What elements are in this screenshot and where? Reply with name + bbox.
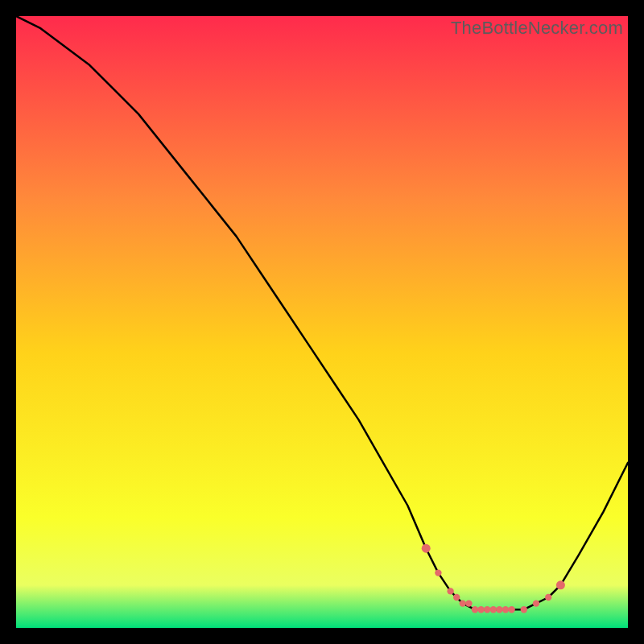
marker-point bbox=[496, 606, 502, 613]
marker-point bbox=[460, 600, 466, 606]
marker-point bbox=[508, 606, 514, 613]
marker-point bbox=[422, 544, 431, 553]
marker-point bbox=[484, 606, 490, 613]
chart-frame: TheBottleNecker.com bbox=[16, 16, 628, 628]
gradient-background bbox=[16, 16, 628, 628]
marker-point bbox=[490, 606, 497, 613]
marker-point bbox=[453, 594, 460, 601]
marker-point bbox=[533, 600, 539, 606]
chart-svg bbox=[16, 16, 628, 628]
marker-point bbox=[447, 588, 453, 594]
marker-point bbox=[556, 580, 565, 589]
marker-point bbox=[545, 594, 551, 601]
marker-point bbox=[521, 606, 527, 613]
marker-point bbox=[435, 569, 441, 576]
marker-point bbox=[502, 606, 509, 613]
marker-point bbox=[472, 606, 478, 613]
marker-point bbox=[465, 600, 472, 606]
marker-point bbox=[477, 606, 484, 613]
watermark-text: TheBottleNecker.com bbox=[451, 18, 623, 39]
